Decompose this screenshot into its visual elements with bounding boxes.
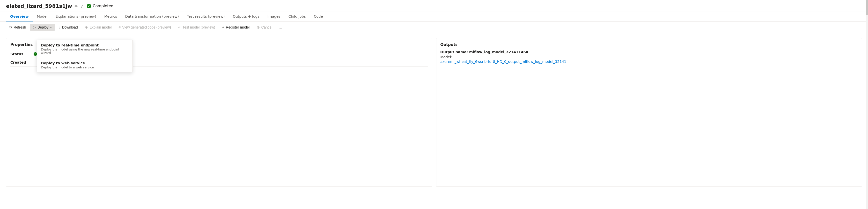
deploy-label: Deploy: [37, 25, 49, 29]
explain-model-button[interactable]: ⊕ Explain model: [82, 24, 115, 31]
page-wrapper: elated_lizard_5981s1jw ✏ ☆ ✓ Completed O…: [0, 0, 868, 209]
deploy-webservice-title: Deploy to web service: [41, 61, 128, 65]
cancel-button[interactable]: ⊗ Cancel: [254, 24, 275, 31]
model-link[interactable]: azureml_wheat_fly_6wsnbrfdr8_HD_0_output…: [440, 60, 566, 64]
model-label: Model:: [440, 55, 858, 59]
deploy-button[interactable]: ▷ Deploy ∨: [30, 24, 55, 31]
tab-outputs-logs[interactable]: Outputs + logs: [229, 12, 263, 22]
tab-images[interactable]: Images: [263, 12, 284, 22]
refresh-label: Refresh: [13, 25, 26, 29]
tab-model[interactable]: Model: [33, 12, 52, 22]
tab-child-jobs[interactable]: Child jobs: [284, 12, 310, 22]
test-model-label: Test model (preview): [182, 25, 215, 29]
tab-code[interactable]: Code: [310, 12, 327, 22]
register-icon: +: [222, 25, 224, 29]
explain-icon: ⊕: [85, 25, 88, 29]
download-icon: ↓: [59, 25, 61, 29]
page-title: elated_lizard_5981s1jw: [6, 3, 72, 9]
tab-metrics[interactable]: Metrics: [100, 12, 121, 22]
register-model-button[interactable]: + Register model: [219, 24, 253, 31]
tab-explanations[interactable]: Explanations (preview): [52, 12, 100, 22]
scrollbar[interactable]: [866, 0, 868, 209]
tab-data-transformation[interactable]: Data transformation (preview): [121, 12, 183, 22]
deploy-dropdown-menu: Deploy to real-time endpoint Deploy the …: [37, 40, 133, 72]
deploy-realtime-endpoint-item[interactable]: Deploy to real-time endpoint Deploy the …: [37, 40, 132, 58]
status-label-key: Status: [10, 52, 31, 56]
refresh-icon: ↻: [9, 25, 12, 29]
nav-tabs: Overview Model Explanations (preview) Me…: [0, 12, 868, 22]
explain-label: Explain model: [89, 25, 112, 29]
deploy-realtime-desc: Deploy the model using the new real-time…: [41, 48, 128, 55]
download-button[interactable]: ↓ Download: [56, 24, 81, 31]
view-code-button[interactable]: # View generated code (preview): [116, 24, 174, 31]
chevron-down-icon: ∨: [50, 26, 52, 29]
scrollbar-thumb: [866, 0, 868, 15]
deploy-webservice-desc: Deploy the model to a web service: [41, 66, 128, 69]
test-model-icon: ✓: [178, 25, 181, 29]
star-icon[interactable]: ☆: [81, 4, 84, 9]
view-code-label: View generated code (preview): [122, 25, 171, 29]
deploy-icon: ▷: [33, 25, 36, 29]
toolbar: ↻ Refresh ▷ Deploy ∨ ↓ Download ⊕ Explai…: [0, 22, 868, 33]
edit-icon[interactable]: ✏: [74, 4, 78, 9]
created-label-key: Created: [10, 60, 31, 64]
page-header: elated_lizard_5981s1jw ✏ ☆ ✓ Completed: [0, 0, 868, 12]
refresh-button[interactable]: ↻ Refresh: [6, 24, 29, 31]
outputs-title: Outputs: [440, 42, 858, 47]
register-label: Register model: [226, 25, 250, 29]
status-label: Completed: [93, 4, 114, 8]
tab-test-results[interactable]: Test results (preview): [183, 12, 229, 22]
view-code-icon: #: [119, 25, 121, 29]
test-model-button[interactable]: ✓ Test model (preview): [175, 24, 218, 31]
output-name: Output name: mlflow_log_model_321411460: [440, 50, 858, 54]
status-completed-icon: ✓: [87, 4, 91, 8]
download-label: Download: [62, 25, 78, 29]
outputs-panel: Outputs Output name: mlflow_log_model_32…: [436, 38, 862, 186]
status-badge: ✓ Completed: [87, 4, 114, 8]
cancel-label: Cancel: [261, 25, 272, 29]
deploy-realtime-title: Deploy to real-time endpoint: [41, 43, 128, 47]
more-button[interactable]: ...: [276, 24, 285, 31]
tab-overview[interactable]: Overview: [6, 12, 33, 22]
more-label: ...: [279, 25, 282, 29]
deploy-webservice-item[interactable]: Deploy to web service Deploy the model t…: [37, 58, 132, 72]
cancel-icon: ⊗: [257, 25, 260, 29]
